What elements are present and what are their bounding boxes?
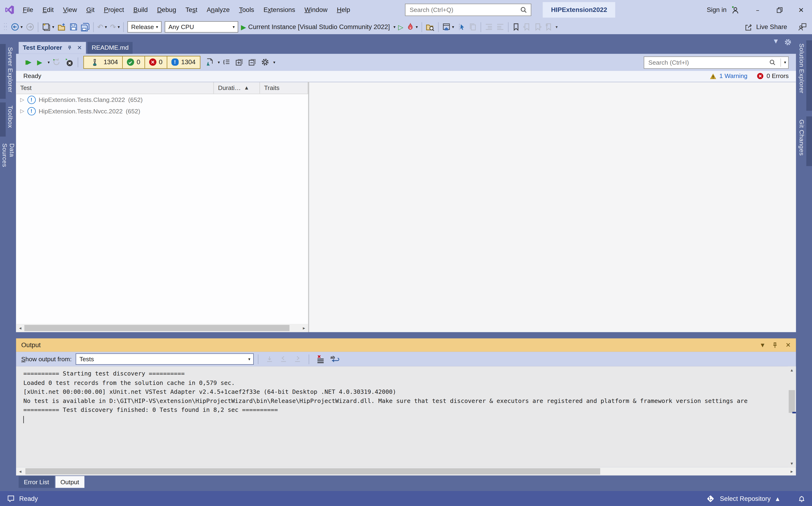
tab-output[interactable]: Output: [55, 476, 84, 488]
scroll-left-arrow[interactable]: ◂: [16, 326, 24, 331]
output-log[interactable]: ========== Starting test discovery =====…: [16, 366, 788, 467]
find-in-files-button[interactable]: [424, 21, 436, 33]
menu-view[interactable]: View: [58, 0, 82, 20]
menu-debug[interactable]: Debug: [152, 0, 181, 20]
menu-tools[interactable]: Tools: [234, 0, 259, 20]
run-settings-icon[interactable]: [205, 58, 214, 67]
global-search-box[interactable]: [405, 3, 531, 16]
column-duration[interactable]: Durati… ▲: [214, 82, 260, 94]
expand-all-icon[interactable]: [235, 58, 244, 67]
menu-test[interactable]: Test: [181, 0, 202, 20]
test-group-row[interactable]: ▷ ! HipExtension.Tests.Nvcc.2022 (652): [16, 105, 308, 117]
panel-splitter[interactable]: [16, 332, 796, 338]
filter-total-tests-button[interactable]: 1304: [84, 57, 122, 68]
scroll-down-arrow[interactable]: ▾: [788, 461, 796, 466]
filter-not-run-tests-button[interactable]: ! 1304: [167, 57, 200, 68]
close-tab-icon[interactable]: ✕: [77, 45, 82, 51]
start-without-debugging-button[interactable]: ▷: [397, 21, 405, 33]
window-position-chevron-icon[interactable]: ▼: [761, 343, 764, 348]
warnings-link[interactable]: 1 Warning: [709, 72, 748, 81]
menu-help[interactable]: Help: [332, 0, 355, 20]
output-source-dropdown[interactable]: Tests▾: [76, 353, 254, 365]
select-repository-button[interactable]: Select Repository: [720, 495, 770, 502]
sidebar-item-data-sources[interactable]: Data Sources: [0, 140, 16, 186]
scrollbar-thumb[interactable]: [24, 325, 289, 331]
menu-git[interactable]: Git: [82, 0, 99, 20]
tab-error-list[interactable]: Error List: [19, 476, 54, 488]
save-all-button[interactable]: [79, 21, 91, 33]
sidebar-item-git-changes[interactable]: Git Changes: [796, 116, 812, 166]
column-test[interactable]: Test: [16, 82, 214, 94]
expander-icon[interactable]: ▷: [20, 97, 24, 103]
live-share-button[interactable]: Live Share: [744, 22, 787, 31]
menu-edit[interactable]: Edit: [38, 0, 58, 20]
output-vertical-scrollbar[interactable]: ▴ ▾: [788, 366, 796, 467]
output-title-bar[interactable]: Output ▼ ✕: [16, 338, 796, 352]
errors-label[interactable]: 0 Errors: [757, 72, 789, 81]
test-explorer-search-input[interactable]: [648, 58, 766, 67]
undo-button[interactable]: ↶▾: [96, 21, 109, 33]
pin-icon[interactable]: [772, 342, 779, 349]
output-horizontal-scrollbar[interactable]: ◂ ▸: [16, 467, 796, 475]
sidebar-item-toolbox[interactable]: Toolbox: [0, 102, 16, 137]
preview-window-button[interactable]: ▾: [441, 21, 456, 33]
selection-mode-button[interactable]: [456, 21, 467, 33]
hot-reload-button[interactable]: ▾: [405, 21, 419, 33]
restore-button[interactable]: [768, 0, 790, 20]
redo-button[interactable]: ↷▾: [109, 21, 122, 33]
expander-icon[interactable]: ▷: [20, 108, 24, 114]
chevron-up-icon[interactable]: ▲: [776, 496, 780, 501]
tab-readme[interactable]: README.md: [87, 42, 133, 54]
test-explorer-search-box[interactable]: ▾: [644, 57, 789, 69]
pin-icon[interactable]: [66, 44, 73, 52]
scrollbar-thumb[interactable]: [25, 468, 600, 475]
scroll-right-arrow[interactable]: ▸: [788, 469, 796, 474]
goto-message-icon[interactable]: [265, 355, 274, 364]
run-all-tests-icon[interactable]: ▶▶: [22, 58, 31, 67]
tab-list-chevron-icon[interactable]: ▼: [774, 38, 778, 46]
open-file-button[interactable]: [56, 21, 68, 33]
previous-bookmark-button[interactable]: [522, 21, 532, 33]
collapse-all-icon[interactable]: [248, 58, 257, 67]
tab-test-explorer[interactable]: Test Explorer ✕: [19, 42, 86, 54]
filter-failed-tests-button[interactable]: 0: [144, 57, 167, 68]
scrollbar-thumb[interactable]: [789, 390, 795, 413]
solution-platform-dropdown[interactable]: Any CPU▾: [165, 21, 239, 33]
navigate-back-button[interactable]: ▾: [9, 21, 24, 33]
menu-file[interactable]: File: [18, 0, 38, 20]
test-tree-horizontal-scrollbar[interactable]: ◂ ▸: [16, 324, 308, 332]
decrease-indent-button[interactable]: [483, 21, 494, 33]
document-well-options-gear-icon[interactable]: [784, 38, 792, 46]
start-debug-button[interactable]: ▶ Current Instance [Visual Studio Commun…: [241, 23, 396, 31]
scroll-up-arrow[interactable]: ▴: [788, 367, 796, 373]
sign-in-button[interactable]: Sign in: [707, 6, 727, 14]
clear-all-icon[interactable]: [316, 355, 325, 364]
minimize-button[interactable]: –: [747, 0, 769, 20]
sidebar-item-server-explorer[interactable]: Server Explorer: [0, 44, 16, 99]
toggle-bookmark-button[interactable]: [511, 21, 521, 33]
save-button[interactable]: [68, 21, 79, 33]
next-message-icon[interactable]: [293, 355, 302, 364]
copy-parent-button[interactable]: [467, 21, 479, 33]
send-feedback-icon[interactable]: [798, 22, 807, 31]
scroll-left-arrow[interactable]: ◂: [16, 469, 24, 474]
scroll-right-arrow[interactable]: ▸: [300, 326, 308, 331]
filter-passed-tests-button[interactable]: 0: [122, 57, 144, 68]
menu-build[interactable]: Build: [129, 0, 152, 20]
repeat-last-run-icon[interactable]: [52, 58, 61, 67]
test-settings-gear-icon[interactable]: [261, 58, 270, 67]
feedback-bubble-icon[interactable]: [6, 494, 15, 503]
column-traits[interactable]: Traits: [260, 82, 308, 94]
sign-in-avatar-icon[interactable]: [731, 5, 740, 14]
menu-window[interactable]: Window: [300, 0, 332, 20]
menu-analyze[interactable]: Analyze: [202, 0, 234, 20]
menu-project[interactable]: Project: [99, 0, 129, 20]
solution-configuration-dropdown[interactable]: Release▾: [128, 21, 162, 33]
word-wrap-icon[interactable]: ab: [330, 355, 340, 364]
menu-extensions[interactable]: Extensions: [259, 0, 300, 20]
increase-indent-button[interactable]: [494, 21, 506, 33]
clear-bookmarks-button[interactable]: [543, 21, 554, 33]
toolbar-drag-handle[interactable]: ⁚⁚⁚⁚: [3, 23, 7, 30]
notifications-bell-icon[interactable]: [797, 494, 806, 503]
previous-message-icon[interactable]: [279, 355, 288, 364]
